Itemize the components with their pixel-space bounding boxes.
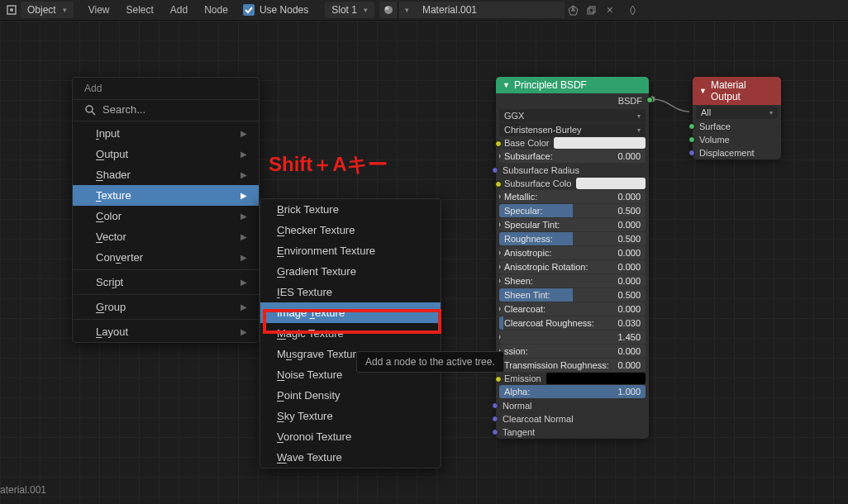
slot-dropdown[interactable]: Slot 1 ▾ — [325, 2, 374, 18]
texture-wave-texture[interactable]: Wave Texture — [260, 447, 441, 468]
input-socket[interactable] — [495, 181, 502, 188]
editor-type-icon[interactable] — [5, 3, 18, 17]
prop-specular-[interactable]: Specular:0.500 — [499, 204, 646, 217]
unlink-icon[interactable]: × — [601, 2, 619, 18]
tooltip: Add a node to the active tree. — [356, 351, 504, 373]
texture-point-density[interactable]: Point Density — [260, 385, 441, 406]
add-menu-color[interactable]: Color▶ — [73, 206, 259, 226]
prop-value: 0.000 — [617, 248, 641, 258]
pin-icon[interactable] — [624, 2, 642, 18]
prop-tangent: Tangent — [496, 426, 649, 439]
prop-sheen-tint-[interactable]: Sheen Tint:0.500 — [499, 288, 646, 302]
input-socket[interactable] — [492, 402, 498, 409]
texture-voronoi-texture[interactable]: Voronoi Texture — [260, 426, 441, 447]
add-menu-group[interactable]: Group▶ — [73, 297, 259, 317]
principled-bsdf-node[interactable]: ▼ Principled BSDF BSDF GGX▾ Christensen-… — [496, 77, 649, 439]
menu-label: Checker Texture — [277, 224, 355, 236]
add-menu-converter[interactable]: Converter▶ — [73, 247, 259, 268]
menu-select[interactable]: Select — [117, 0, 161, 21]
material-output-node[interactable]: ▼ Material Output All▾ SurfaceVolumeDisp… — [693, 77, 781, 159]
search-row[interactable]: Search... — [84, 103, 247, 116]
svg-line-7 — [92, 112, 95, 115]
prop-value: 0.000 — [617, 304, 641, 314]
prop-ssion-[interactable]: ssion:0.000 — [499, 345, 646, 358]
svg-point-3 — [385, 7, 388, 10]
input-socket[interactable] — [492, 429, 498, 435]
prop-roughness-[interactable]: Roughness:0.500 — [499, 232, 646, 245]
prop-clearcoat-roughness-[interactable]: Clearcoat Roughness:0.030 — [499, 316, 646, 330]
prop-emission[interactable]: Emission — [499, 373, 646, 384]
browse-material-icon[interactable]: ▾ — [398, 2, 416, 18]
use-nodes-toggle[interactable]: Use Nodes — [243, 4, 308, 16]
chevron-down-icon: ▾ — [63, 6, 67, 14]
prop-clearcoat-[interactable]: Clearcoat:0.000 — [499, 302, 646, 316]
prop-subsurface-colo[interactable]: Subsurface Colo — [499, 178, 646, 189]
input-socket[interactable] — [688, 150, 695, 156]
node-header[interactable]: ▼ Material Output — [693, 77, 781, 105]
add-menu: Add Search... Input▶Output▶Shader▶Textur… — [72, 77, 260, 343]
prop-metallic-[interactable]: Metallic:0.000 — [499, 190, 646, 203]
sss-method-dropdown[interactable]: Christensen-Burley▾ — [499, 123, 646, 136]
prop-label: Transmission Roughness: — [504, 360, 609, 370]
prop-anisotropic-[interactable]: Anisotropic:0.000 — [499, 246, 646, 259]
base-color-row[interactable]: Base Color — [499, 137, 646, 149]
menu-label: Voronoi Texture — [277, 430, 351, 443]
target-dropdown[interactable]: All▾ — [696, 106, 778, 119]
slot-label: Slot 1 — [331, 4, 357, 16]
input-socket[interactable] — [495, 140, 502, 147]
submenu-arrow-icon: ▶ — [241, 232, 247, 241]
texture-magic-texture[interactable]: Magic Texture — [260, 323, 441, 344]
prop-subsurface-[interactable]: Subsurface:0.000 — [499, 150, 646, 163]
prop-label: Specular Tint: — [504, 220, 560, 230]
add-menu-script[interactable]: Script▶ — [73, 272, 259, 292]
add-menu-shader[interactable]: Shader▶ — [73, 164, 259, 185]
prop-normal: Normal — [496, 399, 649, 412]
submenu-arrow-icon: ▶ — [241, 150, 247, 159]
duplicate-icon[interactable] — [583, 2, 601, 18]
prop-specular-tint-[interactable]: Specular Tint:0.000 — [499, 218, 646, 231]
add-menu-input[interactable]: Input▶ — [73, 123, 259, 144]
input-socket[interactable] — [688, 136, 695, 143]
color-swatch[interactable] — [576, 178, 646, 189]
menu-label: Texture — [96, 189, 131, 202]
mode-dropdown[interactable]: Object ▾ — [21, 2, 74, 18]
input-socket[interactable] — [492, 167, 498, 174]
add-menu-vector[interactable]: Vector▶ — [73, 226, 259, 247]
texture-image-texture[interactable]: Image Texture — [260, 302, 441, 323]
prop-value[interactable]: 1.450 — [499, 330, 646, 344]
input-socket[interactable] — [492, 416, 498, 422]
texture-gradient-texture[interactable]: Gradient Texture — [260, 261, 441, 282]
texture-checker-texture[interactable]: Checker Texture — [260, 220, 441, 240]
texture-environment-texture[interactable]: Environment Texture — [260, 240, 441, 261]
prop-value: 0.000 — [617, 192, 641, 202]
texture-sky-texture[interactable]: Sky Texture — [260, 406, 441, 426]
material-name-field[interactable]: Material.001 — [416, 2, 565, 18]
menu-view[interactable]: View — [80, 0, 118, 21]
texture-ies-texture[interactable]: IES Texture — [260, 282, 441, 302]
texture-brick-texture[interactable]: Brick Texture — [260, 199, 441, 220]
menu-node[interactable]: Node — [196, 0, 236, 21]
output-socket[interactable] — [646, 97, 653, 103]
prop-alpha-[interactable]: Alpha:1.000 — [499, 385, 646, 398]
add-menu-texture[interactable]: Texture▶ — [73, 185, 259, 206]
menu-add[interactable]: Add — [162, 0, 196, 21]
prop-transmission-roughness-[interactable]: Transmission Roughness:0.000 — [499, 359, 646, 372]
material-ball-icon[interactable] — [379, 2, 398, 18]
add-menu-layout[interactable]: Layout▶ — [73, 321, 259, 342]
menu-label: Magic Texture — [277, 327, 344, 340]
add-menu-output[interactable]: Output▶ — [73, 144, 259, 164]
submenu-arrow-icon: ▶ — [241, 278, 247, 287]
fake-user-icon[interactable] — [565, 2, 583, 18]
prop-sheen-[interactable]: Sheen:0.000 — [499, 274, 646, 288]
mode-label: Object — [27, 4, 56, 16]
base-color-swatch[interactable] — [554, 137, 646, 149]
menu-label: Converter — [96, 251, 143, 264]
prop-value: 0.500 — [617, 206, 641, 216]
prop-anisotropic-rotation-[interactable]: Anisotropic Rotation:0.000 — [499, 260, 646, 273]
node-header[interactable]: ▼ Principled BSDF — [496, 77, 649, 93]
input-socket[interactable] — [688, 123, 695, 130]
color-swatch[interactable] — [546, 373, 646, 384]
input-socket[interactable] — [495, 376, 502, 383]
menu-label: Script — [96, 276, 123, 288]
distribution-dropdown[interactable]: GGX▾ — [499, 109, 646, 122]
